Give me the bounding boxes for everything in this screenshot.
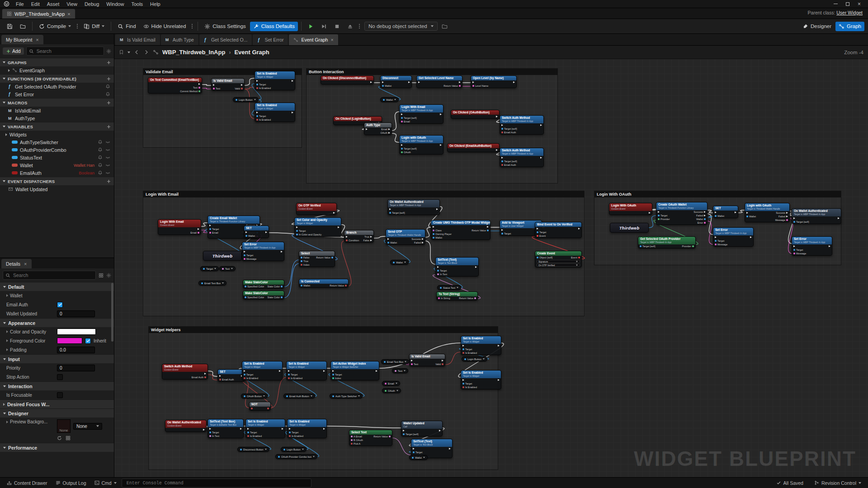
my-blueprint-search-input[interactable]: [36, 48, 101, 54]
browse-to-asset-button[interactable]: [17, 22, 29, 31]
my-blueprint-tab[interactable]: My Blueprint ×: [1, 35, 43, 44]
variable-pill-oauth[interactable]: OAuth: [382, 388, 401, 393]
details-tab[interactable]: Details ×: [1, 259, 32, 268]
console-command-input[interactable]: [126, 480, 307, 486]
parent-class-link[interactable]: User Widget: [836, 10, 863, 15]
padding-input[interactable]: [57, 347, 95, 353]
variable-pill-auth-type-switcher[interactable]: Auth Type Switcher: [330, 394, 363, 399]
node-on-clicked-emailauthbutton-u11[interactable]: On Clicked (EmailAuthButton): [447, 143, 500, 152]
node-set-is-enabled-g12[interactable]: Set Is EnabledTarget is WidgetTargetIs E…: [245, 419, 285, 438]
node-login-with-oauth-q1[interactable]: Login With OAuthCustom Event: [609, 203, 652, 215]
variable-pill-status-text[interactable]: Status Text: [437, 285, 461, 290]
node-on-clicked-oauthbutton-u9[interactable]: On Clicked (OAuthButton): [451, 110, 500, 119]
bell-icon[interactable]: [105, 84, 110, 89]
hide-unrelated-options-icon[interactable]: [192, 24, 193, 28]
node-create-event-m18[interactable]: Create EventObject [self]EventSignatureO…: [535, 251, 582, 267]
node-set-is-enabled-g4[interactable]: Set Is EnabledTarget is WidgetTargetIs E…: [242, 361, 283, 380]
menu-tools[interactable]: Tools: [127, 1, 146, 7]
details-search[interactable]: [3, 271, 96, 280]
node-login-with-oauth-q6[interactable]: Login with OAuthTarget is Thirdweb Walle…: [745, 203, 790, 222]
add-button[interactable]: Add: [3, 47, 24, 55]
section-graphs[interactable]: GRAPHS: [0, 58, 114, 66]
variable-pill-text[interactable]: Text: [392, 368, 408, 373]
closed-eye-icon[interactable]: [105, 163, 110, 168]
save-status[interactable]: All Saved: [773, 480, 807, 486]
sidebar-item-oauthprovidercombo[interactable]: OAuthProviderCombo: [0, 146, 114, 154]
node-set-error-q5[interactable]: Set ErrorTarget is WBP Thirdweb In AppTa…: [713, 227, 754, 247]
minimize-button[interactable]: [834, 4, 838, 4]
bell-icon[interactable]: [105, 92, 110, 97]
console-command-box[interactable]: [122, 479, 311, 488]
section-event-dispatchers[interactable]: EVENT DISPATCHERS: [0, 177, 114, 185]
variable-pill-login-button[interactable]: Login Button: [462, 357, 487, 361]
variable-pill-text[interactable]: Text: [219, 266, 236, 271]
bookmark-caret-icon[interactable]: [127, 52, 130, 53]
node-set-is-enabled-g5[interactable]: Set Is EnabledTarget is WidgetTargetIs E…: [286, 361, 327, 380]
node-disconnect-u2[interactable]: DisconnectWallet: [380, 75, 412, 88]
doc-tab-get-selected-o[interactable]: ƒGet Selected O...: [199, 34, 253, 45]
breadcrumb-current[interactable]: Event Graph: [234, 49, 269, 56]
class-settings-button[interactable]: Class Settings: [201, 22, 249, 31]
display-filter-grid-icon[interactable]: [99, 273, 104, 278]
section-add-icon[interactable]: [106, 124, 111, 129]
menu-asset[interactable]: Asset: [43, 1, 63, 7]
node-set-error-m4[interactable]: Set ErrorTarget is WBP Thirdweb In AppTa…: [242, 242, 284, 261]
priority-input[interactable]: [57, 365, 95, 371]
node-create-oauth-wallet-q2[interactable]: Create OAuth WalletTarget is Thirdweb Fu…: [656, 202, 708, 225]
my-blueprint-search[interactable]: [26, 47, 104, 56]
node-on-text-committed-emailtextbox-v1[interactable]: On Text Committed (EmailTextBox)TextComm…: [148, 77, 202, 94]
section-appearance[interactable]: Appearance: [0, 318, 114, 327]
node-set-m3[interactable]: SETWallet: [244, 225, 269, 238]
node-auth-type-u6[interactable]: Auth TypeEmailOAuth: [364, 122, 392, 135]
doc-tab-event-graph[interactable]: Event Graph×: [289, 34, 338, 45]
details-search-input[interactable]: [12, 272, 93, 278]
doc-tab-is-valid-email[interactable]: MIs Valid Email: [115, 34, 160, 45]
node-select-text-g14[interactable]: Select TextA EmailReturn ValueB OAuthPic…: [349, 430, 392, 446]
closed-eye-icon[interactable]: [105, 170, 110, 175]
menu-file[interactable]: File: [12, 1, 28, 7]
closed-eye-icon[interactable]: [105, 140, 110, 145]
node-get-selected-level-name-u3[interactable]: Get Selected Level NameReturn Value: [416, 75, 462, 88]
node-open-level-by-name-u4[interactable]: Open Level (by Name)Level Name: [471, 75, 517, 88]
node-on-wallet-authenticated-g10[interactable]: On Wallet AuthenticatedCustom Event: [165, 420, 207, 432]
section-default[interactable]: Default: [0, 282, 114, 291]
node-set-is-enabled-v4[interactable]: Set Is EnabledTarget is WidgetTargetIs E…: [255, 103, 295, 122]
bell-icon[interactable]: [98, 147, 103, 152]
compile-button[interactable]: Compile: [36, 22, 74, 31]
node-branch-m8[interactable]: BranchTrueConditionFalse: [344, 230, 374, 243]
node-on-wallet-authenticated-q7[interactable]: On Wallet AuthenticatedTarget is WBP Thi…: [792, 208, 841, 224]
section-performance[interactable]: Performance: [0, 443, 114, 452]
debug-browse-button[interactable]: [439, 22, 451, 31]
node-set-is-enabled-g8[interactable]: Set Is EnabledTarget is WidgetTargetIs E…: [461, 336, 501, 355]
section-functions-39-overridable[interactable]: FUNCTIONS (39 OVERRIDABLE): [0, 74, 114, 83]
node-switch-auth-method-g1[interactable]: Switch Auth MethodCustom EventEmail Auth: [162, 364, 208, 380]
section-macros[interactable]: MACROS: [0, 98, 114, 107]
frame-skip-button[interactable]: [318, 22, 330, 31]
node-select-m9[interactable]: SelectFalseReturn ValueTrueIndex: [299, 251, 335, 267]
section-variables[interactable]: VARIABLES: [0, 122, 114, 131]
compile-options-icon[interactable]: [77, 24, 78, 28]
hide-unrelated-button[interactable]: Hide Unrelated: [140, 22, 189, 31]
wallet-updated-input[interactable]: [57, 310, 95, 317]
menu-debug[interactable]: Debug: [81, 1, 103, 7]
node-set-color-and-opacity-m7[interactable]: Set Color and OpacityTarget is WidgetTar…: [294, 217, 341, 237]
eject-button[interactable]: [344, 22, 356, 31]
play-options-icon[interactable]: [359, 24, 360, 28]
bookmark-icon[interactable]: [119, 50, 124, 55]
node-make-slatecolor-m11[interactable]: Make SlateColorSpecified ColorState Colo…: [243, 280, 284, 289]
node-set-q3[interactable]: SETWallet: [713, 206, 738, 218]
find-button[interactable]: Find: [114, 22, 139, 31]
node-make-slatecolor-m12[interactable]: Make SlateColorSpecified ColorState Colo…: [243, 291, 284, 300]
node-set-is-enabled-g9[interactable]: Set Is EnabledTarget is WidgetTargetIs E…: [461, 370, 501, 389]
doc-tab-auth-type[interactable]: MAuth Type: [161, 34, 199, 45]
sidebar-item-eventgraph[interactable]: EventGraph: [0, 66, 114, 74]
history-back-icon[interactable]: [134, 49, 140, 55]
variable-pill-target[interactable]: Target: [200, 266, 219, 271]
variable-pill-wallet[interactable]: Wallet: [390, 260, 409, 265]
node-login-with-email-m1[interactable]: Login With EmailCustom EventEmail: [158, 219, 201, 235]
my-blueprint-tab-close-icon[interactable]: ×: [36, 37, 38, 42]
asset-tab-close-icon[interactable]: ×: [67, 11, 70, 17]
bell-icon[interactable]: [98, 163, 103, 168]
is-focusable-checkbox[interactable]: [57, 392, 63, 398]
menu-edit[interactable]: Edit: [28, 1, 43, 7]
